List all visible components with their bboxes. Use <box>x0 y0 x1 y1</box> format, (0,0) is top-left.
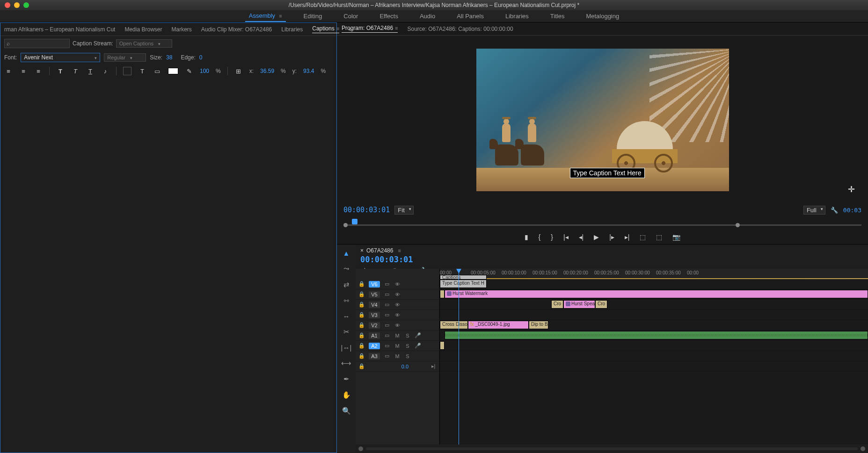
track-select-forward-icon[interactable]: ⤳ <box>343 265 350 273</box>
hand-tool-icon[interactable]: ✋ <box>342 391 351 399</box>
align-left-icon[interactable]: ≡ <box>4 67 13 75</box>
text-background-icon[interactable]: ▭ <box>153 67 161 75</box>
track-v3-row[interactable] <box>440 310 868 320</box>
pen-tool-icon[interactable]: ✒ <box>343 375 350 383</box>
track-v2-row[interactable]: Cross Dissol fx _DSC0049-1.jpg Dip to B <box>440 320 868 331</box>
track-header-v3[interactable]: 🔒V3▭👁 <box>356 310 439 320</box>
caption-stream-dropdown[interactable]: Open Captions <box>116 39 172 48</box>
transition-clip[interactable]: Dip to B <box>529 321 548 329</box>
track-master-row[interactable] <box>440 361 868 372</box>
lock-icon[interactable]: 🔒 <box>358 363 365 369</box>
lift-icon[interactable]: ⬚ <box>640 233 646 241</box>
caption-clip-header[interactable]: Captions <box>440 275 487 280</box>
clip-label[interactable]: _DSC0049-1.jpg <box>475 322 510 327</box>
slide-tool-icon[interactable]: ⟷ <box>341 359 351 367</box>
play-icon[interactable]: ▶ <box>594 233 599 241</box>
wrench-icon[interactable]: 🔧 <box>830 206 839 214</box>
timeline-tracks[interactable]: 00:00 00:00:05:00 00:00:10:00 00:00:15:0… <box>440 269 868 445</box>
transition-clip[interactable] <box>440 290 445 298</box>
lock-icon[interactable]: 🔒 <box>358 302 365 308</box>
lock-icon[interactable]: 🔒 <box>358 343 365 349</box>
toggle-output-icon[interactable]: 👁 <box>394 292 401 297</box>
bold-icon[interactable]: T <box>56 67 65 75</box>
track-header-a1[interactable]: 🔒A1▭MS🎤 <box>356 331 439 341</box>
timeline-ruler[interactable]: 00:00 00:00:05:00 00:00:10:00 00:00:15:0… <box>440 269 868 279</box>
caption-text-overlay[interactable]: Type Caption Text Here <box>570 168 645 178</box>
sync-lock-icon[interactable]: ▭ <box>384 312 390 318</box>
color-swatch[interactable] <box>168 68 178 74</box>
sync-lock-icon[interactable]: ▭ <box>384 281 390 287</box>
clip-label[interactable]: Hurst Watermark <box>452 291 488 296</box>
extract-icon[interactable]: ⬚ <box>656 233 662 241</box>
solo-icon[interactable]: S <box>404 333 411 338</box>
toggle-output-icon[interactable]: 👁 <box>394 302 401 308</box>
transition-clip[interactable]: Cro <box>551 300 563 309</box>
workspace-editing[interactable]: Editing <box>300 11 326 22</box>
audio-clip[interactable] <box>445 331 868 339</box>
mute-icon[interactable]: M <box>394 353 401 359</box>
toggle-output-icon[interactable]: 👁 <box>394 312 401 318</box>
go-to-in-icon[interactable]: |◂ <box>563 233 569 241</box>
track-v4-row[interactable]: Cro Hurst Spea Cro <box>440 300 868 310</box>
audio-transition[interactable] <box>440 341 445 350</box>
close-window-button[interactable] <box>5 2 10 8</box>
track-header-v6[interactable]: 🔒V6▭👁 <box>356 279 439 289</box>
zoom-out-handle[interactable] <box>358 446 363 451</box>
workspace-assembly[interactable]: Assembly <box>245 10 286 22</box>
sequence-tab[interactable]: × O67A2486 <box>360 247 401 254</box>
mute-icon[interactable]: M <box>394 343 401 349</box>
sync-lock-icon[interactable]: ▭ <box>384 353 390 359</box>
export-frame-icon[interactable]: 📷 <box>672 233 680 241</box>
lock-icon[interactable]: 🔒 <box>358 332 365 338</box>
bg-box-icon[interactable] <box>123 67 131 75</box>
underline-icon[interactable]: T <box>86 67 95 75</box>
workspace-effects[interactable]: Effects <box>376 11 402 22</box>
track-label[interactable]: V3 <box>369 312 380 318</box>
track-header-a2[interactable]: 🔒A2▭MS🎤 <box>356 341 439 351</box>
transition-clip[interactable]: Cross Dissol <box>440 321 468 329</box>
timeline-playhead[interactable] <box>459 269 459 445</box>
tab-media-browser[interactable]: Media Browser <box>124 26 162 33</box>
workspace-libraries[interactable]: Libraries <box>502 11 532 22</box>
tab-captions[interactable]: Captions <box>312 25 339 33</box>
quality-dropdown[interactable]: Full <box>803 206 825 215</box>
workspace-color[interactable]: Color <box>340 11 362 22</box>
zoom-dropdown[interactable]: Fit <box>394 206 413 215</box>
edge-value[interactable]: 0 <box>199 54 203 61</box>
align-right-icon[interactable]: ≡ <box>34 67 43 75</box>
position-grid-icon[interactable]: ⊞ <box>234 67 243 75</box>
workspace-metalogging[interactable]: Metalogging <box>582 11 623 22</box>
sync-lock-icon[interactable]: ▭ <box>384 332 390 338</box>
zoom-tool-icon[interactable]: 🔍 <box>342 407 351 415</box>
solo-icon[interactable]: S <box>404 343 411 349</box>
step-back-icon[interactable]: ◂| <box>579 233 584 241</box>
font-size-value[interactable]: 38 <box>166 54 172 61</box>
track-label[interactable]: A2 <box>369 343 380 349</box>
toggle-output-icon[interactable]: 👁 <box>394 281 401 287</box>
program-timecode[interactable]: 00:00:03:01 <box>343 206 390 214</box>
playhead-handle[interactable] <box>352 219 357 224</box>
selection-tool-icon[interactable]: ▲ <box>343 249 350 257</box>
zoom-window-button[interactable] <box>23 2 29 8</box>
track-label[interactable]: A1 <box>369 332 380 339</box>
lock-icon[interactable]: 🔒 <box>358 312 365 318</box>
track-label[interactable]: A3 <box>369 353 380 360</box>
ripple-edit-icon[interactable]: ⇄ <box>343 280 350 289</box>
track-a1-row[interactable] <box>440 331 868 341</box>
track-header-master[interactable]: 🔒0.0▸| <box>356 361 439 372</box>
workspace-audio[interactable]: Audio <box>416 11 439 22</box>
track-header-v4[interactable]: 🔒V4▭👁 <box>356 300 439 310</box>
text-color-icon[interactable]: T <box>138 67 146 75</box>
workspace-all-panels[interactable]: All Panels <box>453 11 488 22</box>
mark-out-icon[interactable]: } <box>551 233 553 241</box>
track-a2-row[interactable] <box>440 341 868 351</box>
voiceover-icon[interactable]: 🎤 <box>415 343 421 349</box>
x-value[interactable]: 36.59 <box>260 68 274 74</box>
sync-lock-icon[interactable]: ▭ <box>384 302 390 308</box>
music-note-icon[interactable]: ♪ <box>101 67 109 75</box>
font-style-dropdown[interactable]: Regular <box>104 53 146 62</box>
slip-tool-icon[interactable]: |↔| <box>341 344 352 352</box>
italic-icon[interactable]: T <box>71 67 80 75</box>
program-scrub-bar[interactable] <box>343 216 861 230</box>
tab-project[interactable]: rman Afrikaners – European Nationalism C… <box>4 26 115 33</box>
